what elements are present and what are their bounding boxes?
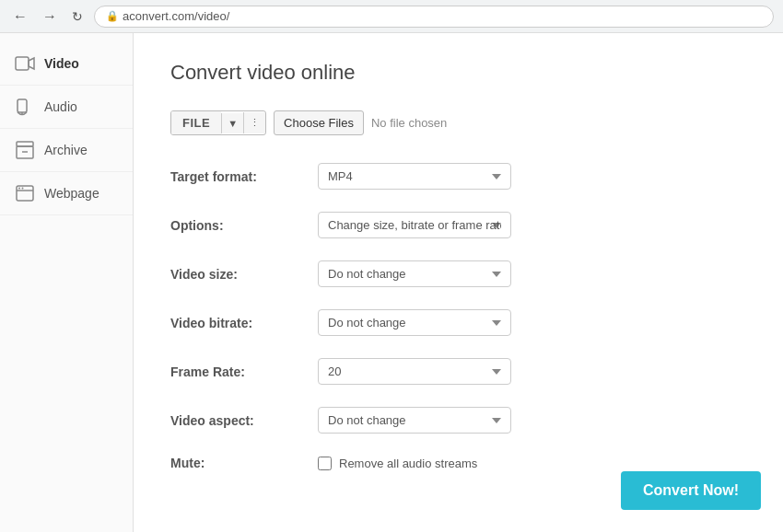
svg-rect-2: [18, 99, 27, 112]
sidebar-item-archive[interactable]: Archive: [0, 129, 133, 172]
sidebar-label-webpage: Webpage: [44, 186, 99, 201]
video-bitrate-select[interactable]: Do not change: [318, 309, 511, 336]
mute-label: Mute:: [170, 456, 318, 470]
choose-files-button[interactable]: Choose Files: [274, 110, 364, 135]
browser-chrome: ← → ↻ 🔒 aconvert.com/video/: [0, 0, 783, 33]
file-more-button[interactable]: ⋮: [243, 112, 265, 133]
video-size-row: Video size: Do not change: [170, 260, 746, 287]
forward-button[interactable]: →: [39, 6, 61, 27]
url-text: aconvert.com/video/: [123, 9, 229, 23]
target-format-select[interactable]: MP4: [318, 163, 511, 190]
no-file-text: No file chosen: [371, 116, 447, 130]
back-button[interactable]: ←: [9, 6, 31, 27]
main-content: Convert video online FILE ▼ ⋮ Choose Fil…: [134, 33, 783, 532]
options-row: Options: Change size, bitrate or frame r…: [170, 212, 746, 238]
sidebar-item-webpage[interactable]: Webpage: [0, 172, 133, 215]
video-bitrate-label: Video bitrate:: [170, 316, 318, 330]
svg-marker-1: [29, 58, 34, 69]
svg-rect-0: [16, 57, 29, 70]
convert-now-button[interactable]: Convert Now!: [621, 471, 761, 510]
sidebar-item-audio[interactable]: Audio: [0, 86, 133, 129]
webpage-icon: [15, 183, 35, 203]
sidebar-label-audio: Audio: [44, 99, 77, 114]
svg-point-8: [18, 188, 20, 190]
app-body: Video Audio Archive: [0, 33, 783, 532]
video-aspect-select[interactable]: Do not change: [318, 407, 511, 434]
sidebar: Video Audio Archive: [0, 33, 134, 532]
mute-row: Mute: Remove all audio streams: [170, 456, 746, 470]
archive-icon: [15, 140, 35, 160]
mute-checkbox-label: Remove all audio streams: [339, 457, 477, 470]
lock-icon: 🔒: [106, 10, 119, 22]
refresh-button[interactable]: ↻: [68, 7, 87, 26]
audio-icon: [15, 97, 35, 117]
frame-rate-row: Frame Rate: 20: [170, 358, 746, 385]
svg-point-9: [22, 188, 24, 190]
sidebar-label-video: Video: [44, 56, 79, 71]
file-dropdown-button[interactable]: ▼: [221, 113, 243, 133]
video-bitrate-row: Video bitrate: Do not change: [170, 309, 746, 336]
convert-btn-container: Convert Now!: [621, 471, 761, 510]
target-format-label: Target format:: [170, 169, 318, 184]
video-aspect-label: Video aspect:: [170, 413, 318, 428]
target-format-row: Target format: MP4: [170, 163, 746, 190]
frame-rate-label: Frame Rate:: [170, 364, 318, 379]
video-icon: [15, 53, 35, 74]
file-btn-group: FILE ▼ ⋮: [170, 110, 266, 135]
page-title: Convert video online: [170, 61, 746, 85]
file-input-row: FILE ▼ ⋮ Choose Files No file chosen: [170, 110, 746, 135]
video-aspect-row: Video aspect: Do not change: [170, 407, 746, 434]
video-size-select[interactable]: Do not change: [318, 260, 511, 287]
options-select[interactable]: Change size, bitrate or frame rate: [318, 212, 511, 238]
frame-rate-select[interactable]: 20: [318, 358, 511, 385]
address-bar[interactable]: 🔒 aconvert.com/video/: [94, 6, 774, 28]
main-wrapper: Convert video online FILE ▼ ⋮ Choose Fil…: [134, 33, 783, 532]
file-label-button[interactable]: FILE: [171, 111, 221, 134]
sidebar-item-video[interactable]: Video: [0, 42, 133, 86]
sidebar-label-archive: Archive: [44, 143, 88, 157]
video-size-label: Video size:: [170, 267, 318, 282]
options-label: Options:: [170, 218, 318, 233]
mute-checkbox[interactable]: [318, 457, 332, 470]
